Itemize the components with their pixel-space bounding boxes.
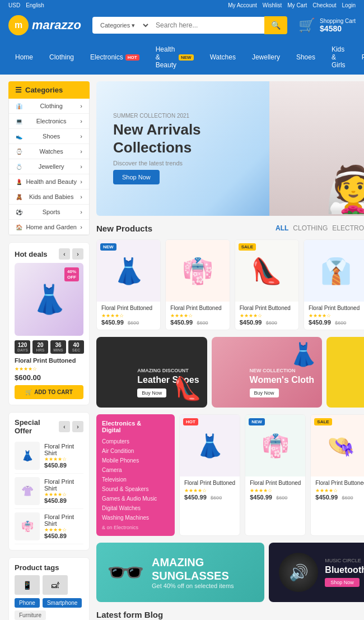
nav-pages[interactable]: Pages <box>355 48 364 67</box>
product-stars-4: ★★★★☆ <box>309 313 363 318</box>
language-selector[interactable]: English <box>26 2 44 8</box>
nav-clothing[interactable]: Clothing <box>43 48 81 67</box>
product-info-1: Floral Print Buttoned ★★★★☆ $450.99 $600 <box>97 302 160 330</box>
filter-all[interactable]: ALL <box>276 224 288 232</box>
elec-mobile-phones[interactable]: Mobile Phones <box>102 456 169 465</box>
health-icon: 💄 <box>16 179 22 185</box>
my-cart-link[interactable]: My Cart <box>287 2 307 8</box>
search-button[interactable]: 🔍 <box>264 16 287 34</box>
elec-emoji-2: 👘 <box>262 433 290 459</box>
product-card-4[interactable]: 👔 Floral Print Buttoned ★★★★☆ $450.99 $6… <box>304 239 364 330</box>
special-offer-prev[interactable]: ‹ <box>59 421 70 432</box>
cart-area[interactable]: 🛒 Shopping Cart $4580 <box>298 17 356 33</box>
product-badge-sale-3: SALE <box>239 243 256 251</box>
elec-price-1: $450.99 $600 <box>184 493 235 501</box>
elec-more[interactable]: & on Electronics <box>102 525 169 530</box>
categories-icon: ☰ <box>15 86 22 94</box>
hot-deals-prev[interactable]: ‹ <box>59 248 70 260</box>
cart-info: Shopping Cart $4580 <box>320 18 356 33</box>
tag-smartphone[interactable]: Smartphone <box>43 598 82 608</box>
promo-leather-shoes[interactable]: 👠 AMAZING DISCOUNT Leather Shoes Buy Now <box>96 337 207 408</box>
nav-electronics[interactable]: Electronics HOT <box>83 48 146 67</box>
product-card-1[interactable]: 👗 NEW Floral Print Buttoned ★★★★☆ $450.9… <box>96 239 161 330</box>
nav-shoes[interactable]: Shoes <box>290 48 322 67</box>
cat-clothing[interactable]: 👔 Clothing › <box>9 99 89 114</box>
cat-jewellery[interactable]: 💍 Jewellery › <box>9 159 89 174</box>
sunglasses-banner[interactable]: 🕶️ AMAZINGSUNGLASSES Get 40% off on sele… <box>96 543 264 602</box>
elec-product-1[interactable]: 👗 HOT Floral Print Buttoned ★★★★☆ $450.9… <box>179 414 240 536</box>
tag-furniture[interactable]: Furniture <box>15 610 46 620</box>
elec-name-3: Floral Print Buttoned <box>315 480 364 486</box>
nav-health-beauty[interactable]: Health & Beauty NEW <box>149 40 200 75</box>
speaker-banner[interactable]: 🔊 MUSIC CIRCLE Bluetooth Speaker Shop No… <box>269 543 364 602</box>
cat-sports[interactable]: ⚽ Sports › <box>9 205 89 220</box>
special-offer-title: Special Offer <box>15 418 59 435</box>
elec-stars-1: ★★★★☆ <box>184 488 235 493</box>
elec-sound-speakers[interactable]: Sound & Speakers <box>102 484 169 494</box>
main-content: ☰ Categories 👔 Clothing › 💻 Electronics … <box>0 75 364 620</box>
chevron-right-icon: › <box>80 103 82 109</box>
filter-electronics[interactable]: ELECTRONICS <box>332 224 364 232</box>
elec-digital-watches[interactable]: Digital Watches <box>102 503 169 513</box>
product-emoji-4: 👔 <box>320 256 352 286</box>
cat-home-garden[interactable]: 🏠 Home and Garden › <box>9 220 89 235</box>
product-card-2[interactable]: 👘 Floral Print Buttoned ★★★★☆ $450.99 $6… <box>165 239 230 330</box>
elec-product-2[interactable]: 👘 NEW Floral Print Buttoned ★★★★☆ $450.9… <box>245 414 306 536</box>
header: m marazzo Categories ▾ 🔍 🛒 Shopping Cart… <box>0 11 364 40</box>
checkout-link[interactable]: Checkout <box>312 2 336 8</box>
cat-health-beauty[interactable]: 💄 Health and Beauty › <box>9 174 89 189</box>
hot-deals-nav: ‹ › <box>59 248 83 260</box>
tag-image-phone: 📱 <box>15 575 40 595</box>
special-offer-header: Special Offer ‹ › <box>15 418 83 435</box>
elec-camera[interactable]: Camera <box>102 465 169 475</box>
my-account-link[interactable]: My Account <box>228 2 257 8</box>
chevron-right-icon: › <box>80 224 82 230</box>
navigation: Home Clothing Electronics HOT Health & B… <box>0 40 364 75</box>
offer-name-2: Floral Print Shirt <box>44 478 83 492</box>
offer-item-2: 👚 Floral Print Shirt ★★★★☆ $450.89 <box>15 474 83 509</box>
hot-deals-image: 👗 40%OFF <box>15 263 83 336</box>
cat-shoes[interactable]: 👟 Shoes › <box>9 129 89 144</box>
elec-washing[interactable]: Washing Machines <box>102 513 169 522</box>
hero-subtitle: SUMMER COLLECTION 2021 <box>113 113 201 119</box>
cat-kids-babies[interactable]: 🧸 Kids and Babies › <box>9 189 89 205</box>
hero-shop-btn[interactable]: Shop Now <box>113 170 160 184</box>
filter-clothing[interactable]: CLOTHING <box>293 224 328 232</box>
logo[interactable]: m marazzo <box>8 15 81 35</box>
promo-watch[interactable]: LATEST DIGITAL WORLD Marazzo Watch Buy N… <box>326 337 364 408</box>
add-to-cart-button[interactable]: 🛒 ADD TO CART <box>15 385 83 399</box>
promo-shoes-btn[interactable]: Buy Now <box>137 388 166 397</box>
promo-womens-cloth[interactable]: 👗 NEW COLLECTION Women's Cloth Buy Now <box>212 337 323 408</box>
nav-home[interactable]: Home <box>8 48 40 67</box>
hot-deals-next[interactable]: › <box>72 248 83 260</box>
login-link[interactable]: Login <box>342 2 356 8</box>
hero-content: SUMMER COLLECTION 2021 New ArrivalsColle… <box>96 101 218 195</box>
nav-jewellery[interactable]: Jewellery <box>245 48 287 67</box>
special-offer-next[interactable]: › <box>72 421 83 432</box>
hot-deals-widget: Hot deals ‹ › 👗 40%OFF 120 DAYS 20 HRS <box>8 242 90 405</box>
days-counter: 120 DAYS <box>15 340 30 354</box>
speaker-shop-btn[interactable]: Shop Now <box>325 578 360 587</box>
search-category-select[interactable]: Categories ▾ <box>92 17 150 34</box>
tag-phone[interactable]: Phone <box>15 598 40 608</box>
product-stars-1: ★★★★☆ <box>101 313 156 318</box>
elec-computers[interactable]: Computers <box>102 437 169 446</box>
elec-games[interactable]: Games & Audio Music <box>102 494 169 503</box>
hot-deals-product-image: 👗 <box>32 283 67 316</box>
nav-watches[interactable]: Watches <box>203 48 242 67</box>
promo-cloth-btn[interactable]: Buy Now <box>250 388 279 397</box>
elec-air-condition[interactable]: Air Condition <box>102 446 169 456</box>
wishlist-link[interactable]: Wishlist <box>263 2 282 8</box>
cat-electronics[interactable]: 💻 Electronics › <box>9 114 89 129</box>
currency-selector[interactable]: USD <box>8 2 20 8</box>
offer-item-3: 👘 Floral Print Shirt ★★★★☆ $450.89 <box>15 509 83 544</box>
nav-kids-girls[interactable]: Kids & Girls <box>325 40 352 75</box>
elec-television[interactable]: Television <box>102 475 169 484</box>
elec-product-3[interactable]: 👒 SALE Floral Print Buttoned ★★★★☆ $450.… <box>310 414 364 536</box>
sports-icon: ⚽ <box>16 209 22 215</box>
search-bar: Categories ▾ 🔍 <box>92 16 287 34</box>
cat-watches[interactable]: ⌚ Watches › <box>9 144 89 159</box>
hero-banner: SUMMER COLLECTION 2021 New ArrivalsColle… <box>96 81 364 216</box>
search-input[interactable] <box>150 17 264 34</box>
product-card-3[interactable]: 👠 SALE Floral Print Buttoned ★★★★☆ $450.… <box>235 239 299 330</box>
